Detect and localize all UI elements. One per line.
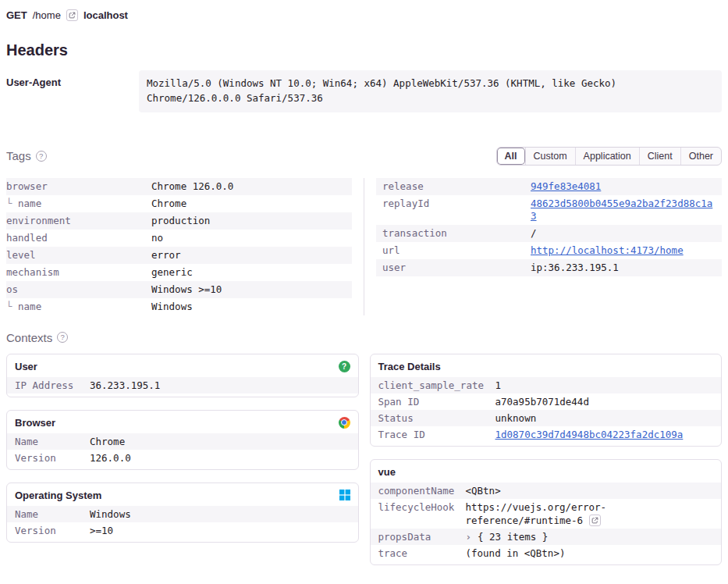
card-header: Trace Details [371,354,722,377]
help-icon[interactable]: ? [57,332,68,343]
value-text: 36.233.195.1 [90,379,160,391]
key: Version [15,451,90,465]
context-row: Span IDa70a95b7071de44d [371,393,722,410]
value: Chrome [90,435,350,448]
value: 48623d5800b0455e9a2ba2f23d88c1a3 [531,198,716,223]
key: user [382,262,531,274]
key: Trace ID [378,428,495,441]
key: mechanism [6,266,151,279]
external-link-icon[interactable] [66,9,78,21]
value-link[interactable]: 48623d5800b0455e9a2ba2f23d88c1a3 [531,198,712,222]
context-row: Statusunknown [371,410,722,426]
key: replayId [382,198,531,223]
value-text: Windows [90,508,131,520]
context-card-vue: vuecomponentName<QBtn>lifecycleHookhttps… [370,459,723,565]
value-text: https://vuejs.org/error-reference/#runti… [466,501,607,526]
value-text: Windows [151,301,193,312]
contexts-column-right: Trace Detailsclient_sample_rate1Span IDa… [370,354,723,565]
value-link[interactable]: 1d0870c39d7d4948bc04223fa2dc109a [495,429,684,440]
value: 1 [495,379,714,392]
key: IP Address [15,379,90,392]
value-link[interactable]: 949fe83e4081 [531,180,601,192]
context-card-operating-system: Operating SystemNameWindowsVersion>=10 [6,483,359,543]
request-host: localhost [83,9,128,21]
key: trace [378,547,466,560]
value: unknown [495,411,714,425]
card-header: User? [7,354,358,377]
http-method: GET [6,9,27,21]
request-path: /home [33,9,61,21]
value: >=10 [90,524,350,537]
value: no [151,232,346,244]
contexts-grid: User?IP Address36.233.195.1BrowserNameCh… [6,354,722,565]
key: Status [378,411,495,425]
value: ip:36.233.195.1 [531,262,716,274]
value-text: / [531,227,537,239]
card-title: User [15,361,37,372]
context-row: IP Address36.233.195.1 [7,377,358,393]
value: <QBtn> [466,484,714,497]
value-text: Chrome [90,436,125,447]
tag-row: osWindows >=10 [6,281,352,298]
key: client_sample_rate [378,379,495,392]
key: transaction [382,227,531,240]
tag-row: levelerror [6,247,352,264]
user-unknown-icon: ? [339,361,350,372]
card-title: Operating System [15,490,101,501]
card-rows: componentName<QBtn>lifecycleHookhttps://… [371,483,722,561]
tag-row: userip:36.233.195.1 [376,259,722,276]
card-header: vue [371,460,722,483]
context-row: NameChrome [7,433,358,450]
tag-row: replayId48623d5800b0455e9a2ba2f23d88c1a3 [376,195,722,225]
key: url [382,244,531,257]
context-row: componentName<QBtn> [371,483,722,499]
filter-tab-all[interactable]: All [497,148,525,165]
context-row: Version126.0.0 [7,450,358,466]
value-text: error [151,249,181,261]
contexts-column-left: User?IP Address36.233.195.1BrowserNameCh… [6,354,359,543]
tags-section-title: Tags [6,149,31,162]
tree-branch-icon: └ [6,198,18,209]
value-text: unknown [495,412,537,424]
value-text: no [151,232,163,244]
value: Windows [90,507,350,521]
value-text: 126.0.0 [90,452,131,464]
context-card-trace-details: Trace Detailsclient_sample_rate1Span IDa… [370,354,723,447]
key: Name [15,435,90,448]
value: production [151,215,346,227]
value: ›{ 23 items } [466,530,714,543]
value: Windows [151,301,346,313]
filter-tab-custom[interactable]: Custom [525,148,575,165]
value: Windows >=10 [151,283,346,296]
value: Chrome 126.0.0 [151,180,346,193]
context-row: client_sample_rate1 [371,377,722,393]
key: └ name [6,301,151,313]
context-row: lifecycleHookhttps://vuejs.org/error-ref… [371,499,722,529]
key: Name [15,507,90,521]
key: level [6,249,151,262]
value-text: <QBtn> [466,485,501,497]
value: http://localhost:4173/home [531,244,716,257]
tags-table: browserChrome 126.0.0└ nameChromeenviron… [6,178,722,315]
filter-tab-application[interactable]: Application [575,148,639,165]
tag-row: mechanismgeneric [6,264,352,281]
card-rows: IP Address36.233.195.1 [7,377,358,393]
key: os [6,283,151,296]
key: componentName [378,484,466,497]
help-icon[interactable]: ? [36,151,47,162]
key: browser [6,180,151,193]
card-title: vue [378,466,396,478]
value-text: { 23 items } [478,531,548,543]
tag-row: └ nameWindows [6,298,352,315]
user-agent-value: Mozilla/5.0 (Windows NT 10.0; Win64; x64… [139,70,722,112]
filter-tab-other[interactable]: Other [680,148,721,165]
contexts-section-header: Contexts ? [6,331,722,344]
expand-toggle-icon[interactable]: › [466,531,472,543]
filter-tab-client[interactable]: Client [639,148,680,165]
external-link-icon[interactable] [589,515,601,526]
windows-icon [339,490,350,500]
context-card-browser: BrowserNameChromeVersion126.0.0 [6,410,359,470]
value-link[interactable]: http://localhost:4173/home [531,244,684,256]
tag-row: urlhttp://localhost:4173/home [376,242,722,259]
key: Span ID [378,395,495,408]
